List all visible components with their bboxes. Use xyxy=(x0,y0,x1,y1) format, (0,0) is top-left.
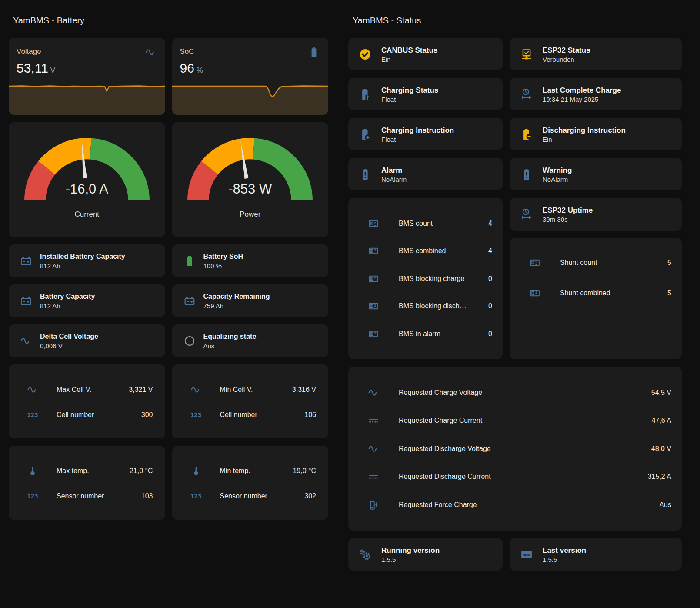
entity-row-bms-blocking-charge[interactable]: BMS blocking charge 0 xyxy=(348,273,492,284)
stat-value: 0,006 V xyxy=(40,342,98,350)
entity-row-requested-discharge-current[interactable]: Requested Discharge Current 315,2 A xyxy=(348,471,671,482)
stat-title: Battery SoH xyxy=(203,252,243,261)
clock-end-icon xyxy=(520,208,533,221)
gauge-value: -853 W xyxy=(172,181,329,197)
entity-label: Requested Force Charge xyxy=(399,501,477,509)
stat-value: Aus xyxy=(203,342,257,350)
battery-charging-icon xyxy=(368,499,379,511)
sine-wave-icon xyxy=(190,384,202,395)
entity-row-sensor-number[interactable]: 123 Sensor number 103 xyxy=(9,492,153,500)
status-card-last-complete-charge[interactable]: Last Complete Charge 19:34 21 May 2025 xyxy=(510,78,682,110)
entity-row-bms-blocking-discharge[interactable]: BMS blocking discharge 0 xyxy=(348,301,492,312)
min-temp-card: Min temp. 19,0 °C 123 Sensor number 302 xyxy=(172,446,329,520)
card-value: NoAlarm xyxy=(381,176,407,183)
current-gauge-card[interactable]: -16,0 A Current xyxy=(9,122,165,237)
thermometer-icon xyxy=(190,465,202,477)
status-card-esp32[interactable]: ESP32 Status Verbunden xyxy=(510,38,682,70)
status-card-warning[interactable]: Warning NoAlarm xyxy=(510,158,682,190)
stat-title: Capacity Remaining xyxy=(203,292,270,301)
status-section: YamBMS - Status CANBUS Status Ein ESP32 … xyxy=(348,15,682,578)
card-value: Ein xyxy=(543,136,626,143)
card-title: CANBUS Status xyxy=(381,46,437,55)
entity-row-requested-charge-current[interactable]: Requested Charge Current 47,6 A xyxy=(348,415,671,426)
entity-label: Requested Charge Current xyxy=(399,417,482,424)
stat-value: 812 Ah xyxy=(40,302,95,310)
status-card-esp32-uptime[interactable]: ESP32 Uptime 39m 30s xyxy=(510,198,682,231)
entity-row-shunt-count[interactable]: Shunt count 5 xyxy=(510,247,671,278)
car-battery-icon xyxy=(20,255,32,267)
current-dc-icon xyxy=(368,471,379,482)
stat-title: Delta Cell Voltage xyxy=(40,332,98,341)
status-card-discharging-instruction[interactable]: Discharging Instruction Ein xyxy=(510,118,682,150)
entity-row-max-temp[interactable]: Max temp. 21,0 °C xyxy=(9,465,153,477)
entity-row-requested-force-charge[interactable]: Requested Force Charge Aus xyxy=(348,499,671,511)
entity-value: 4 xyxy=(488,247,492,255)
entity-label: Shunt count xyxy=(560,259,597,267)
card-title: ESP32 Uptime xyxy=(543,206,593,215)
entity-row-sensor-number[interactable]: 123 Sensor number 302 xyxy=(172,492,317,500)
status-card-charging-instruction[interactable]: Charging Instruction Float xyxy=(348,118,503,150)
stat-card-battery-soh[interactable]: Battery SoH 100 % xyxy=(172,244,329,277)
entity-row-max-cell-v[interactable]: Max Cell V. 3,321 V xyxy=(9,384,153,395)
check-circle-icon xyxy=(359,48,372,61)
entity-row-bms-count[interactable]: BMS count 4 xyxy=(348,218,492,229)
entity-value: 48,0 V xyxy=(651,445,671,453)
max-cell-card: Max Cell V. 3,321 V 123 Cell number 300 xyxy=(9,364,165,438)
counter-icon xyxy=(529,257,540,268)
sine-wave-icon xyxy=(368,387,379,398)
card-title: Voltage xyxy=(17,47,41,56)
entity-row-cell-number[interactable]: 123 Cell number 106 xyxy=(172,411,317,419)
entity-row-bms-combined[interactable]: BMS combined 4 xyxy=(348,245,492,257)
counter-icon xyxy=(368,301,379,312)
stat-value: 100 % xyxy=(203,262,243,270)
unit: V xyxy=(50,66,55,74)
entity-row-min-cell-v[interactable]: Min Cell V. 3,316 V xyxy=(172,384,317,395)
status-card-running-version[interactable]: Running version 1.5.5 xyxy=(348,538,503,571)
soc-value: 96% xyxy=(180,61,203,76)
card-title: Alarm xyxy=(381,166,407,175)
stat-card-delta-cell-voltage[interactable]: Delta Cell Voltage 0,006 V xyxy=(9,324,165,357)
card-title: Charging Instruction xyxy=(381,126,454,135)
entity-row-bms-in-alarm[interactable]: BMS in alarm 0 xyxy=(348,328,492,340)
battery-section-title: YamBMS - Battery xyxy=(13,15,328,26)
entity-label: Cell number xyxy=(57,411,94,419)
status-card-alarm[interactable]: Alarm NoAlarm xyxy=(348,158,503,190)
status-card-canbus[interactable]: CANBUS Status Ein xyxy=(348,38,503,70)
entity-label: Sensor number xyxy=(57,492,104,500)
entity-label: Sensor number xyxy=(220,492,267,500)
entity-label: BMS in alarm xyxy=(399,330,440,338)
entity-label: Min Cell V. xyxy=(220,386,253,394)
car-battery-icon xyxy=(20,295,32,307)
entity-label: BMS blocking charge xyxy=(399,275,464,283)
entity-value: 47,6 A xyxy=(652,417,671,424)
entity-row-requested-discharge-voltage[interactable]: Requested Discharge Voltage 48,0 V xyxy=(348,443,671,454)
soc-sparkline xyxy=(172,38,329,115)
stat-card-equalizing-state[interactable]: Equalizing state Aus xyxy=(172,324,329,357)
card-title: Charging Status xyxy=(381,86,438,95)
entity-value: 0 xyxy=(488,275,492,283)
entity-row-requested-charge-voltage[interactable]: Requested Charge Voltage 54,5 V xyxy=(348,387,671,398)
entity-value: 19,0 °C xyxy=(293,467,316,475)
entity-label: Min temp. xyxy=(220,467,250,475)
entity-label: Requested Discharge Voltage xyxy=(399,445,491,453)
numeric-icon: 123 xyxy=(190,411,201,418)
sine-wave-icon xyxy=(27,384,38,395)
entity-row-cell-number[interactable]: 123 Cell number 300 xyxy=(9,411,153,419)
status-card-charging-status[interactable]: Charging Status Float xyxy=(348,78,503,110)
soc-graph-card[interactable]: SoC 96% xyxy=(172,38,329,115)
power-gauge-card[interactable]: -853 W Power xyxy=(172,122,329,237)
status-card-last-version[interactable]: Last version 1.5.5 xyxy=(510,538,682,571)
stat-card-capacity-remaining[interactable]: Capacity Remaining 759 Ah xyxy=(172,284,329,317)
stat-card-installed-battery-capacity[interactable]: Installed Battery Capacity 812 Ah xyxy=(9,244,165,277)
battery-arrow-up-icon xyxy=(359,88,372,101)
entity-row-min-temp[interactable]: Min temp. 19,0 °C xyxy=(172,465,317,477)
card-title: Last Complete Charge xyxy=(543,86,621,95)
entity-row-shunt-combined[interactable]: Shunt combined 5 xyxy=(510,278,671,308)
entity-value: 106 xyxy=(304,411,316,419)
gauge-label: Power xyxy=(172,210,329,219)
battery-alert-icon xyxy=(359,168,372,181)
voltage-graph-card[interactable]: Voltage 53,11V xyxy=(9,38,165,115)
card-title: ESP32 Status xyxy=(543,46,590,55)
stat-value: 759 Ah xyxy=(203,302,270,310)
stat-card-battery-capacity[interactable]: Battery Capacity 812 Ah xyxy=(9,284,165,317)
